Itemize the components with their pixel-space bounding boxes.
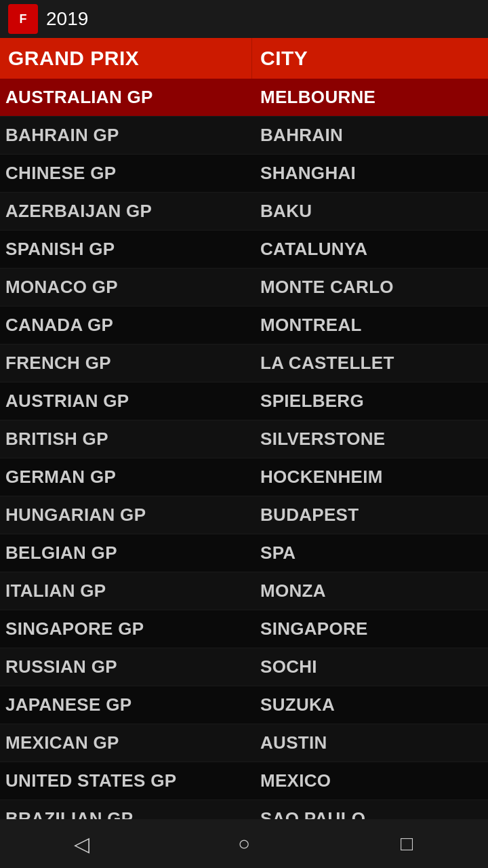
gp-cell: BELGIAN GP [0, 534, 252, 572]
gp-cell: CHINESE GP [0, 155, 252, 192]
city-cell: SHANGHAI [252, 155, 488, 192]
gp-cell: CANADA GP [0, 307, 252, 344]
city-cell: SOCHI [252, 648, 488, 686]
gp-cell: AUSTRIAN GP [0, 382, 252, 420]
city-cell: BAKU [252, 193, 488, 230]
city-cell: MEXICO [252, 762, 488, 800]
city-cell: BUDAPEST [252, 496, 488, 534]
table-row[interactable]: HUNGARIAN GPBUDAPEST [0, 496, 488, 534]
city-cell: AUSTIN [252, 724, 488, 762]
logo-text: F [20, 12, 27, 26]
table-row[interactable]: MEXICAN GPAUSTIN [0, 724, 488, 762]
gp-cell: FRENCH GP [0, 344, 252, 382]
app-logo: F [8, 4, 38, 34]
table-row[interactable]: UNITED STATES GPMEXICO [0, 762, 488, 800]
city-cell: SILVERSTONE [252, 420, 488, 458]
gp-cell: UNITED STATES GP [0, 762, 252, 800]
table-row[interactable]: BAHRAIN GPBAHRAIN [0, 117, 488, 155]
table-row[interactable]: SINGAPORE GPSINGAPORE [0, 610, 488, 648]
city-cell: CATALUNYA [252, 231, 488, 268]
header-gp: GRAND PRIX [0, 38, 252, 79]
table-row[interactable]: FRENCH GPLA CASTELLET [0, 344, 488, 382]
table-row[interactable]: JAPANESE GPSUZUKA [0, 686, 488, 724]
header-row: GRAND PRIX CITY [0, 38, 488, 79]
gp-cell: AZERBAIJAN GP [0, 193, 252, 230]
table-row[interactable]: RUSSIAN GPSOCHI [0, 648, 488, 686]
city-cell: LA CASTELLET [252, 344, 488, 382]
table-row[interactable]: ITALIAN GPMONZA [0, 572, 488, 610]
top-bar: F 2019 [0, 0, 488, 38]
table-row[interactable]: CANADA GPMONTREAL [0, 307, 488, 344]
city-cell: SINGAPORE [252, 610, 488, 648]
nav-bar: ◁ ○ □ [0, 819, 488, 868]
gp-cell: GERMAN GP [0, 458, 252, 496]
gp-cell: ITALIAN GP [0, 572, 252, 610]
city-cell: SPA [252, 534, 488, 572]
city-cell: MONZA [252, 572, 488, 610]
table-row[interactable]: BRITISH GPSILVERSTONE [0, 420, 488, 458]
table-row[interactable]: GERMAN GPHOCKENHEIM [0, 458, 488, 496]
gp-cell: HUNGARIAN GP [0, 496, 252, 534]
city-cell: HOCKENHEIM [252, 458, 488, 496]
gp-cell: SINGAPORE GP [0, 610, 252, 648]
home-button[interactable]: ○ [217, 827, 271, 861]
city-cell: BAHRAIN [252, 117, 488, 154]
city-cell: SUZUKA [252, 686, 488, 724]
table-row[interactable]: BELGIAN GPSPA [0, 534, 488, 572]
table-row[interactable]: AZERBAIJAN GPBAKU [0, 193, 488, 231]
table-row[interactable]: MONACO GPMONTE CARLO [0, 269, 488, 307]
gp-cell: MONACO GP [0, 269, 252, 306]
header-city: CITY [252, 38, 488, 79]
gp-cell: BAHRAIN GP [0, 117, 252, 154]
back-button[interactable]: ◁ [54, 827, 108, 861]
table-row[interactable]: AUSTRIAN GPSPIELBERG [0, 382, 488, 420]
race-list: AUSTRALIAN GPMELBOURNEBAHRAIN GPBAHRAINC… [0, 79, 488, 838]
gp-cell: AUSTRALIAN GP [0, 79, 252, 116]
table-row[interactable]: AUSTRALIAN GPMELBOURNE [0, 79, 488, 117]
gp-cell: BRITISH GP [0, 420, 252, 458]
city-cell: MONTE CARLO [252, 269, 488, 306]
recents-button[interactable]: □ [380, 827, 434, 861]
city-cell: MONTREAL [252, 307, 488, 344]
table-row[interactable]: CHINESE GPSHANGHAI [0, 155, 488, 193]
gp-cell: JAPANESE GP [0, 686, 252, 724]
city-cell: SPIELBERG [252, 382, 488, 420]
table-row[interactable]: SPANISH GPCATALUNYA [0, 231, 488, 269]
gp-cell: SPANISH GP [0, 231, 252, 268]
city-cell: MELBOURNE [252, 79, 488, 116]
app-year: 2019 [46, 8, 88, 30]
gp-cell: RUSSIAN GP [0, 648, 252, 686]
gp-cell: MEXICAN GP [0, 724, 252, 762]
